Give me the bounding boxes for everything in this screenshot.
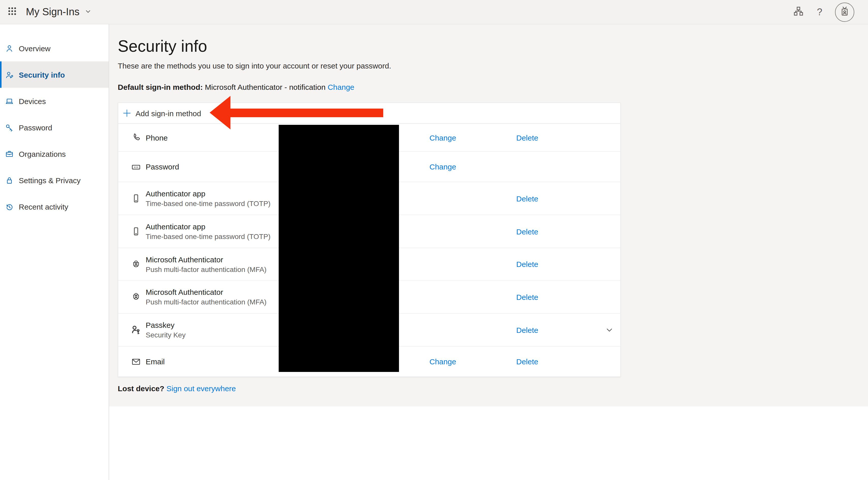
waffle-icon bbox=[7, 6, 17, 18]
sidebar-item-overview[interactable]: Overview bbox=[0, 35, 108, 61]
sidebar-item-organizations[interactable]: Organizations bbox=[0, 140, 108, 167]
sidebar-item-password[interactable]: Password bbox=[0, 114, 108, 140]
laptop-icon bbox=[5, 97, 14, 105]
annotation-arrow-shaft bbox=[229, 108, 383, 117]
sign-out-everywhere-link[interactable]: Sign out everywhere bbox=[166, 384, 236, 393]
method-text: Microsoft Authenticator Push multi-facto… bbox=[146, 288, 267, 306]
sidebar-item-settings-privacy[interactable]: Settings & Privacy bbox=[0, 167, 108, 193]
method-name: Authenticator app bbox=[146, 189, 271, 198]
sidebar-item-label: Devices bbox=[19, 97, 46, 105]
person-icon bbox=[5, 44, 14, 53]
sidebar-item-devices[interactable]: Devices bbox=[0, 88, 108, 114]
top-bar-right: ? bbox=[793, 2, 868, 22]
chevron-down-icon bbox=[85, 7, 91, 17]
method-delete-cell: Delete bbox=[516, 260, 606, 268]
method-text: Email bbox=[146, 357, 165, 366]
password-icon bbox=[131, 162, 141, 172]
method-detail: Time-based one-time password (TOTP) bbox=[146, 232, 271, 241]
id-badge-avatar-icon bbox=[839, 5, 851, 19]
sidebar-item-label: Overview bbox=[19, 44, 51, 53]
method-change-cell: Change bbox=[429, 133, 516, 142]
method-text: Microsoft Authenticator Push multi-facto… bbox=[146, 255, 267, 273]
content-area: Security info These are the methods you … bbox=[109, 24, 868, 480]
annotation-arrow-head bbox=[210, 96, 230, 129]
delete-link[interactable]: Delete bbox=[516, 227, 538, 236]
mobile-phone-icon bbox=[131, 193, 141, 203]
plus-icon bbox=[123, 109, 131, 117]
sidebar-item-label: Organizations bbox=[19, 150, 66, 158]
sidebar-item-security-info[interactable]: Security info bbox=[0, 61, 108, 88]
delete-link[interactable]: Delete bbox=[516, 133, 538, 142]
add-sign-in-method-label: Add sign-in method bbox=[135, 109, 201, 118]
email-icon bbox=[131, 356, 141, 366]
method-detail: Push multi-factor authentication (MFA) bbox=[146, 265, 267, 273]
help-button[interactable]: ? bbox=[817, 6, 822, 18]
method-text: Password bbox=[146, 162, 179, 171]
default-method-change-link[interactable]: Change bbox=[328, 83, 354, 91]
method-detail: Security Key bbox=[146, 331, 186, 339]
change-link[interactable]: Change bbox=[429, 357, 456, 366]
question-mark-icon: ? bbox=[817, 6, 822, 18]
method-expander-cell bbox=[606, 326, 620, 333]
method-delete-cell: Delete bbox=[516, 133, 606, 142]
delete-link[interactable]: Delete bbox=[516, 325, 538, 334]
delete-link[interactable]: Delete bbox=[516, 260, 538, 268]
default-method-label: Default sign-in method: bbox=[118, 83, 203, 91]
redacted-region bbox=[279, 125, 399, 372]
default-method-line: Default sign-in method: Microsoft Authen… bbox=[118, 83, 868, 91]
passkey-icon bbox=[131, 325, 141, 335]
sidebar-item-label: Password bbox=[19, 123, 52, 132]
lost-device-label: Lost device? bbox=[118, 384, 164, 393]
method-name: Microsoft Authenticator bbox=[146, 288, 267, 296]
method-detail: Time-based one-time password (TOTP) bbox=[146, 199, 271, 207]
method-delete-cell: Delete bbox=[516, 325, 606, 334]
app-title: My Sign-Ins bbox=[26, 6, 80, 18]
content-inner: Security info These are the methods you … bbox=[109, 24, 868, 393]
method-delete-cell: Delete bbox=[516, 227, 606, 236]
chevron-down-icon[interactable] bbox=[606, 326, 613, 333]
sidebar-item-label: Settings & Privacy bbox=[19, 176, 81, 185]
app-shell: Overview Security info Devices bbox=[0, 24, 868, 480]
app-launcher-button[interactable] bbox=[0, 0, 24, 24]
delete-link[interactable]: Delete bbox=[516, 357, 538, 366]
method-delete-cell: Delete bbox=[516, 357, 606, 366]
sidebar-item-recent-activity[interactable]: Recent activity bbox=[0, 193, 108, 220]
method-delete-cell: Delete bbox=[516, 292, 606, 301]
method-text: Authenticator app Time-based one-time pa… bbox=[146, 222, 271, 241]
sidebar-item-label: Recent activity bbox=[19, 202, 68, 211]
method-text: Passkey Security Key bbox=[146, 321, 186, 339]
method-text: Authenticator app Time-based one-time pa… bbox=[146, 189, 271, 207]
default-method-value: Microsoft Authenticator - notification bbox=[205, 83, 326, 91]
method-name: Passkey bbox=[146, 321, 186, 329]
org-chart-button[interactable] bbox=[793, 6, 804, 18]
change-link[interactable]: Change bbox=[429, 133, 456, 142]
mobile-phone-icon bbox=[131, 226, 141, 236]
lock-icon bbox=[5, 176, 14, 185]
person-edit-icon bbox=[5, 70, 14, 79]
page-subtitle: These are the methods you use to sign in… bbox=[118, 61, 868, 70]
account-button[interactable] bbox=[835, 2, 854, 22]
top-bar: My Sign-Ins bbox=[0, 0, 868, 24]
history-icon bbox=[5, 202, 14, 211]
delete-link[interactable]: Delete bbox=[516, 292, 538, 301]
ms-authenticator-icon bbox=[131, 259, 141, 269]
delete-link[interactable]: Delete bbox=[516, 194, 538, 203]
ms-authenticator-icon bbox=[131, 292, 141, 302]
method-delete-cell: Delete bbox=[516, 194, 606, 203]
method-name: Phone bbox=[146, 133, 168, 142]
page-title: Security info bbox=[118, 38, 868, 54]
my-signins-app: My Sign-Ins bbox=[0, 0, 868, 480]
method-name: Email bbox=[146, 357, 165, 366]
briefcase-icon bbox=[5, 150, 14, 158]
method-name: Authenticator app bbox=[146, 222, 271, 231]
method-name: Microsoft Authenticator bbox=[146, 255, 267, 264]
method-name: Password bbox=[146, 162, 179, 171]
sidebar: Overview Security info Devices bbox=[0, 24, 109, 480]
app-title-dropdown[interactable]: My Sign-Ins bbox=[26, 6, 91, 18]
change-link[interactable]: Change bbox=[429, 162, 456, 171]
key-icon bbox=[5, 123, 14, 132]
method-change-cell: Change bbox=[429, 357, 516, 366]
method-detail: Push multi-factor authentication (MFA) bbox=[146, 298, 267, 306]
method-text: Phone bbox=[146, 133, 168, 142]
top-bar-left: My Sign-Ins bbox=[0, 0, 91, 24]
